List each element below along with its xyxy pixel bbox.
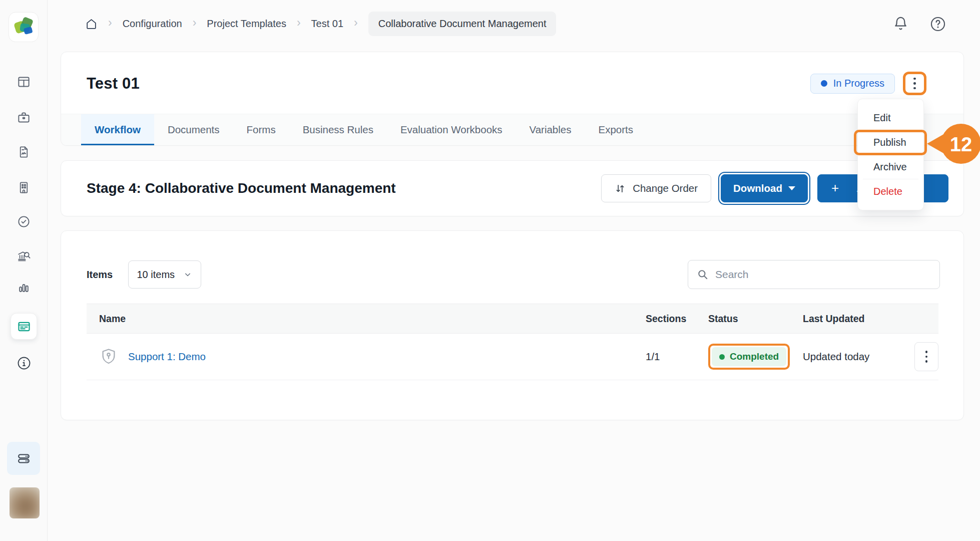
breadcrumb-separator: › <box>297 17 301 29</box>
row-last-updated: Updated today <box>803 351 888 363</box>
tab-variables[interactable]: Variables <box>516 114 585 145</box>
sidebar-item-info[interactable] <box>0 356 48 371</box>
download-label: Download <box>733 182 782 194</box>
search-icon <box>696 268 709 281</box>
row-name-link[interactable]: Support 1: Demo <box>128 351 206 363</box>
column-header-name: Name <box>87 313 646 325</box>
briefcase-icon <box>17 111 31 124</box>
avatar-image <box>10 487 40 518</box>
download-button[interactable]: Download <box>721 174 808 202</box>
row-kebab-menu-button[interactable] <box>914 342 938 371</box>
table-row: Support 1: Demo 1/1 Completed Updated to… <box>87 334 938 380</box>
status-badge: In Progress <box>810 74 895 94</box>
completed-badge-label: Completed <box>730 351 779 362</box>
sidebar-item-environments[interactable] <box>7 442 40 475</box>
step-callout-12: 12 <box>927 122 980 166</box>
kebab-icon <box>913 78 916 90</box>
info-icon <box>17 356 32 371</box>
sidebar-item-approvals[interactable] <box>0 215 48 228</box>
templates-icon <box>17 320 31 334</box>
bell-icon[interactable] <box>893 16 908 32</box>
stage-title: Stage 4: Collaborative Document Manageme… <box>87 180 396 196</box>
change-order-button[interactable]: Change Order <box>601 174 711 202</box>
sidebar-item-institution-search[interactable] <box>0 248 48 263</box>
server-icon <box>16 451 32 466</box>
shield-key-icon <box>99 347 118 367</box>
app-root: { "colors": { "accent_blue": "#1268B3", … <box>0 0 980 541</box>
report-document-icon <box>17 145 31 159</box>
user-avatar[interactable] <box>10 487 40 518</box>
publish-annotation-box <box>854 130 927 155</box>
tab-evaluation-workbooks[interactable]: Evaluation Workbooks <box>387 114 516 145</box>
sidebar <box>0 0 48 541</box>
kebab-menu-button-highlighted[interactable] <box>903 72 926 95</box>
kebab-icon <box>925 351 928 363</box>
breadcrumb-item-project-templates[interactable]: Project Templates <box>207 18 286 30</box>
tab-documents[interactable]: Documents <box>154 114 233 145</box>
bar-chart-icon <box>17 280 31 294</box>
sort-arrows-icon <box>615 183 626 194</box>
app-logo[interactable] <box>9 12 39 42</box>
breadcrumb-separator: › <box>193 17 197 29</box>
column-header-sections: Sections <box>646 313 708 325</box>
row-sections-value: 1/1 <box>646 351 708 363</box>
tab-business-rules[interactable]: Business Rules <box>289 114 387 145</box>
plus-icon: + <box>831 181 839 194</box>
completed-badge-annotation: Completed <box>708 344 790 370</box>
tab-workflow[interactable]: Workflow <box>81 114 154 145</box>
building-icon <box>17 181 31 194</box>
items-table: Name Sections Status Last Updated Suppor… <box>87 304 938 380</box>
sidebar-item-projects[interactable] <box>0 111 48 124</box>
home-icon[interactable] <box>85 18 98 30</box>
breadcrumb-item-test01[interactable]: Test 01 <box>311 18 343 30</box>
sidebar-item-dashboard[interactable] <box>0 75 48 89</box>
tab-bar: Workflow Documents Forms Business Rules … <box>61 114 963 145</box>
leaf-logo-icon <box>12 16 35 39</box>
institution-search-icon <box>17 248 31 263</box>
tab-forms[interactable]: Forms <box>233 114 289 145</box>
status-dot-icon <box>719 354 725 360</box>
items-per-page-select[interactable]: 10 items <box>128 260 201 289</box>
status-badge-label: In Progress <box>833 78 884 89</box>
status-dot-icon <box>821 80 827 87</box>
completed-status-badge: Completed <box>712 347 786 366</box>
items-label: Items <box>87 269 113 281</box>
breadcrumb-item-current: Collaborative Document Management <box>368 12 557 36</box>
page-title: Test 01 <box>87 75 140 93</box>
sidebar-item-templates-active[interactable] <box>11 313 37 340</box>
project-header-card: Test 01 In Progress Workflow Documents F… <box>61 52 964 146</box>
help-icon[interactable] <box>929 16 946 33</box>
column-header-last-updated: Last Updated <box>803 313 888 325</box>
breadcrumb-separator: › <box>108 17 112 29</box>
menu-item-delete[interactable]: Delete <box>858 179 923 203</box>
breadcrumb: › Configuration › Project Templates › Te… <box>85 12 556 36</box>
step-number: 12 <box>950 133 972 155</box>
items-list-card: Items 10 items Name Sections Status Last… <box>61 230 964 420</box>
menu-item-archive[interactable]: Archive <box>858 155 923 179</box>
check-circle-icon <box>17 215 31 228</box>
layout-icon <box>17 75 31 89</box>
sidebar-item-organizations[interactable] <box>0 181 48 194</box>
stage-toolbar-card: Stage 4: Collaborative Document Manageme… <box>61 160 964 216</box>
breadcrumb-item-configuration[interactable]: Configuration <box>123 18 182 30</box>
items-per-page-value: 10 items <box>137 269 175 281</box>
search-input[interactable] <box>715 268 931 281</box>
column-header-status: Status <box>708 313 803 325</box>
sidebar-item-reports[interactable] <box>0 145 48 159</box>
change-order-label: Change Order <box>633 182 698 194</box>
table-header-row: Name Sections Status Last Updated <box>87 304 938 334</box>
topbar: › Configuration › Project Templates › Te… <box>48 0 980 48</box>
chevron-down-icon <box>788 186 795 190</box>
menu-item-edit[interactable]: Edit <box>858 106 923 130</box>
tab-exports[interactable]: Exports <box>585 114 647 145</box>
chevron-down-icon <box>183 269 193 280</box>
search-box <box>688 260 940 289</box>
breadcrumb-separator: › <box>354 17 358 29</box>
sidebar-item-analytics[interactable] <box>0 280 48 294</box>
